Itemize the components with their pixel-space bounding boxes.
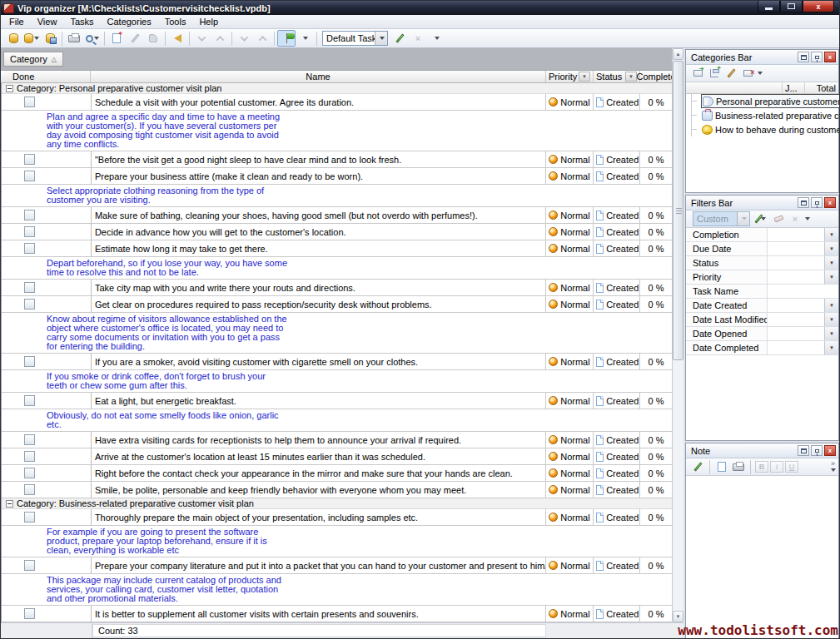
table-row[interactable]: Have extra visiting cards for receptioni… — [2, 432, 672, 448]
filter-dropdown-button[interactable]: ▼ — [824, 242, 838, 255]
table-row[interactable]: Take city map with you and write there y… — [2, 280, 672, 296]
menu-tasks[interactable]: Tasks — [63, 16, 100, 27]
move-top-button[interactable] — [253, 30, 271, 47]
print-preview-button[interactable] — [83, 30, 102, 47]
menu-view[interactable]: View — [31, 16, 64, 27]
open-database-button[interactable] — [22, 30, 41, 47]
notifications-menu-button[interactable] — [296, 30, 314, 47]
panel-pin-button[interactable] — [811, 197, 823, 208]
filter-value-cell[interactable] — [768, 313, 824, 326]
scroll-down-button[interactable]: ▼ — [673, 611, 683, 622]
column-header-j[interactable]: J... — [783, 82, 805, 93]
task-checkbox[interactable] — [24, 395, 35, 406]
bold-button[interactable]: B — [755, 461, 768, 473]
panel-pin-button[interactable] — [811, 445, 823, 456]
panel-close-button[interactable]: x — [824, 52, 836, 62]
filter-dropdown-button[interactable]: ▼ — [824, 256, 838, 270]
table-row[interactable]: Decide in advance how you will get to th… — [2, 224, 672, 240]
status-filter-button[interactable]: ▼ — [625, 72, 637, 82]
edit-task-button[interactable] — [126, 30, 144, 47]
clear-filter-button[interactable] — [771, 212, 786, 225]
collapse-icon[interactable] — [6, 85, 13, 92]
combo-dropdown-button[interactable] — [737, 212, 749, 225]
add-category-button[interactable] — [690, 67, 705, 80]
toolbar-overflow-button[interactable] — [427, 30, 445, 47]
delete-task-type-button[interactable]: × — [409, 30, 427, 47]
note-print-button[interactable] — [731, 460, 746, 473]
new-database-button[interactable] — [4, 30, 22, 47]
menu-help[interactable]: Help — [192, 16, 225, 27]
filter-dropdown-button[interactable]: ▼ — [824, 270, 838, 284]
task-checkbox[interactable] — [24, 210, 35, 220]
task-checkbox[interactable] — [24, 434, 35, 445]
filter-dropdown-button[interactable]: ▼ — [824, 313, 838, 326]
category-group-row[interactable]: Category: Business-related preparative c… — [2, 498, 672, 509]
filter-value-cell[interactable] — [768, 341, 824, 354]
close-button[interactable]: x — [803, 1, 834, 12]
task-checkbox[interactable] — [24, 299, 35, 310]
task-checkbox[interactable] — [24, 356, 35, 367]
maximize-button[interactable] — [780, 1, 803, 12]
table-row[interactable]: It is better to supplement all customer … — [2, 606, 672, 622]
table-row[interactable]: Arrive at the customer's location at lea… — [2, 448, 672, 465]
table-row[interactable]: Make sure of bathing, cleaning your shoe… — [2, 207, 672, 224]
menu-file[interactable]: File — [2, 16, 31, 27]
filter-value-cell[interactable] — [768, 270, 824, 284]
panel-close-button[interactable]: x — [824, 445, 836, 456]
move-bottom-button[interactable] — [235, 30, 253, 47]
category-list-item[interactable]: Business-related preparative customer vi… — [686, 108, 838, 122]
table-row[interactable]: Prepare your company literature and put … — [2, 557, 672, 574]
note-content[interactable] — [686, 477, 838, 638]
edit-task-type-button[interactable] — [390, 30, 409, 47]
menu-tools[interactable]: Tools — [158, 16, 193, 27]
task-type-combobox[interactable]: Default Task — [322, 31, 388, 46]
column-header-priority[interactable]: Priority▼ — [546, 71, 594, 82]
save-database-button[interactable] — [41, 30, 59, 47]
collapse-icon[interactable] — [6, 500, 13, 508]
task-checkbox[interactable] — [24, 97, 35, 107]
new-task-button[interactable] — [107, 30, 126, 47]
filter-preset-combobox[interactable]: Custom — [693, 211, 750, 226]
task-checkbox[interactable] — [24, 451, 35, 462]
column-header-status[interactable]: Status▼ — [594, 71, 640, 82]
task-checkbox[interactable] — [24, 608, 35, 619]
panel-close-button[interactable]: x — [824, 197, 836, 208]
filter-value-cell[interactable] — [768, 256, 824, 270]
filter-value-cell[interactable] — [768, 228, 824, 241]
column-header-name[interactable]: Name — [91, 71, 546, 82]
move-up-button[interactable] — [211, 30, 229, 47]
menu-categories[interactable]: Categories — [101, 16, 158, 27]
task-checkbox[interactable] — [24, 243, 35, 254]
edit-category-button[interactable] — [723, 67, 738, 80]
filter-value-cell[interactable] — [768, 299, 824, 312]
add-subcategory-button[interactable] — [707, 67, 722, 80]
table-row[interactable]: Schedule a visit with your potential cus… — [2, 94, 672, 111]
move-down-button[interactable] — [192, 30, 211, 47]
delete-task-button[interactable] — [144, 30, 162, 47]
table-row[interactable]: Estimate how long it may take to get the… — [2, 240, 672, 257]
column-header-done[interactable]: Done — [1, 71, 91, 82]
delete-category-button[interactable] — [740, 67, 755, 80]
note-preview-button[interactable] — [714, 460, 729, 473]
column-header-total[interactable]: Total — [805, 82, 838, 93]
underline-button[interactable]: U — [785, 461, 798, 473]
panel-pin-button[interactable] — [811, 52, 823, 62]
minimize-button[interactable] — [758, 1, 780, 12]
delete-filter-button[interactable]: × — [788, 212, 803, 225]
task-checkbox[interactable] — [24, 484, 35, 495]
task-checkbox[interactable] — [24, 282, 35, 293]
table-row[interactable]: "Before the visit get a good night sleep… — [2, 151, 672, 168]
filter-value-cell[interactable] — [768, 285, 838, 298]
filter-dropdown-button[interactable]: ▼ — [824, 299, 838, 312]
table-row[interactable]: Thoroughly prepare the main object of yo… — [2, 509, 672, 526]
column-header-complete[interactable]: Complete — [640, 71, 672, 82]
task-checkbox[interactable] — [24, 154, 35, 165]
edit-filter-button[interactable] — [754, 212, 769, 225]
table-row[interactable]: Right before the contact check your appe… — [2, 465, 672, 482]
complete-task-button[interactable] — [168, 30, 186, 47]
task-checkbox[interactable] — [24, 512, 35, 523]
task-checkbox[interactable] — [24, 560, 35, 571]
toolbar-more-button[interactable]: » — [830, 461, 836, 473]
filter-dropdown-button[interactable]: ▼ — [824, 341, 838, 354]
task-checkbox[interactable] — [24, 468, 35, 478]
